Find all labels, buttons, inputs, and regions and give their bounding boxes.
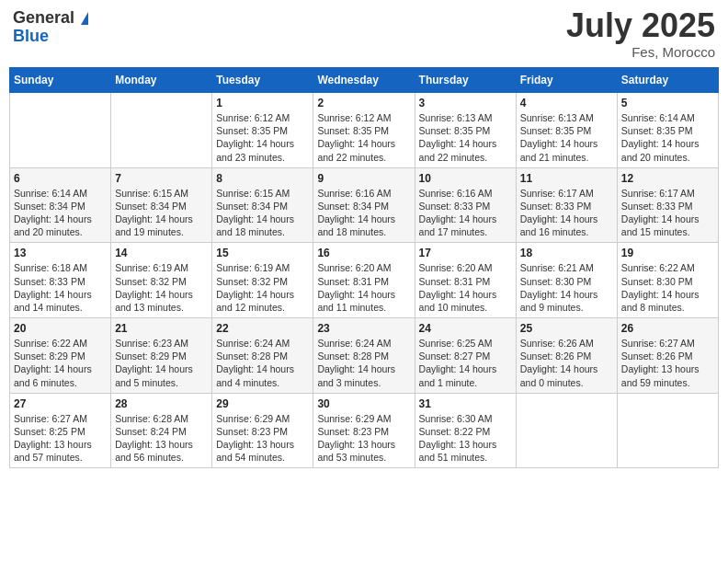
calendar-cell: 28Sunrise: 6:28 AM Sunset: 8:24 PM Dayli… [111, 393, 212, 468]
calendar-cell: 31Sunrise: 6:30 AM Sunset: 8:22 PM Dayli… [415, 393, 516, 468]
logo-general-text: General [13, 8, 74, 27]
day-info: Sunrise: 6:24 AM Sunset: 8:28 PM Dayligh… [216, 337, 309, 389]
day-info: Sunrise: 6:14 AM Sunset: 8:34 PM Dayligh… [14, 187, 107, 239]
day-number: 16 [317, 247, 410, 259]
location-subtitle: Fes, Morocco [566, 44, 715, 60]
day-info: Sunrise: 6:13 AM Sunset: 8:35 PM Dayligh… [520, 111, 613, 164]
day-number: 23 [317, 322, 410, 335]
calendar-cell [111, 93, 212, 168]
day-info: Sunrise: 6:12 AM Sunset: 8:35 PM Dayligh… [216, 111, 309, 164]
day-number: 12 [621, 172, 714, 185]
calendar-cell [10, 93, 111, 168]
calendar-table: SundayMondayTuesdayWednesdayThursdayFrid… [9, 67, 719, 468]
day-info: Sunrise: 6:19 AM Sunset: 8:32 PM Dayligh… [216, 261, 309, 314]
calendar-cell: 11Sunrise: 6:17 AM Sunset: 8:33 PM Dayli… [516, 167, 617, 243]
calendar-cell: 8Sunrise: 6:15 AM Sunset: 8:34 PM Daylig… [212, 167, 313, 243]
day-info: Sunrise: 6:30 AM Sunset: 8:22 PM Dayligh… [419, 412, 512, 465]
calendar-week-row: 13Sunrise: 6:18 AM Sunset: 8:33 PM Dayli… [10, 243, 719, 318]
day-info: Sunrise: 6:29 AM Sunset: 8:23 PM Dayligh… [216, 412, 309, 465]
day-info: Sunrise: 6:13 AM Sunset: 8:35 PM Dayligh… [419, 111, 512, 164]
day-info: Sunrise: 6:16 AM Sunset: 8:34 PM Dayligh… [317, 187, 410, 239]
calendar-cell: 16Sunrise: 6:20 AM Sunset: 8:31 PM Dayli… [313, 243, 415, 318]
calendar-cell: 7Sunrise: 6:15 AM Sunset: 8:34 PM Daylig… [111, 167, 212, 243]
day-info: Sunrise: 6:14 AM Sunset: 8:35 PM Dayligh… [621, 111, 714, 164]
calendar-cell: 19Sunrise: 6:22 AM Sunset: 8:30 PM Dayli… [617, 243, 718, 318]
weekday-header: Friday [516, 68, 617, 93]
day-info: Sunrise: 6:21 AM Sunset: 8:30 PM Dayligh… [520, 261, 613, 314]
day-number: 21 [115, 322, 208, 335]
weekday-header: Wednesday [313, 68, 415, 93]
calendar-cell: 23Sunrise: 6:24 AM Sunset: 8:28 PM Dayli… [313, 318, 415, 394]
day-number: 8 [216, 172, 309, 185]
calendar-week-row: 1Sunrise: 6:12 AM Sunset: 8:35 PM Daylig… [10, 93, 719, 168]
day-info: Sunrise: 6:15 AM Sunset: 8:34 PM Dayligh… [216, 187, 309, 239]
calendar-cell [516, 393, 617, 468]
day-info: Sunrise: 6:20 AM Sunset: 8:31 PM Dayligh… [317, 261, 410, 314]
logo: General Blue [13, 9, 88, 46]
day-number: 19 [621, 247, 714, 259]
day-number: 28 [115, 397, 208, 410]
day-number: 26 [621, 322, 714, 335]
calendar-cell: 4Sunrise: 6:13 AM Sunset: 8:35 PM Daylig… [516, 93, 617, 168]
day-info: Sunrise: 6:15 AM Sunset: 8:34 PM Dayligh… [115, 187, 208, 239]
calendar-cell: 2Sunrise: 6:12 AM Sunset: 8:35 PM Daylig… [313, 93, 415, 168]
calendar-cell: 13Sunrise: 6:18 AM Sunset: 8:33 PM Dayli… [10, 243, 111, 318]
day-number: 30 [317, 397, 410, 410]
day-info: Sunrise: 6:18 AM Sunset: 8:33 PM Dayligh… [14, 261, 107, 314]
calendar-cell: 24Sunrise: 6:25 AM Sunset: 8:27 PM Dayli… [415, 318, 516, 394]
day-number: 5 [621, 97, 714, 109]
calendar-cell: 12Sunrise: 6:17 AM Sunset: 8:33 PM Dayli… [617, 167, 718, 243]
logo-icon [81, 12, 88, 25]
day-info: Sunrise: 6:17 AM Sunset: 8:33 PM Dayligh… [520, 187, 613, 239]
calendar-cell: 10Sunrise: 6:16 AM Sunset: 8:33 PM Dayli… [415, 167, 516, 243]
calendar-cell: 30Sunrise: 6:29 AM Sunset: 8:23 PM Dayli… [313, 393, 415, 468]
calendar-cell: 1Sunrise: 6:12 AM Sunset: 8:35 PM Daylig… [212, 93, 313, 168]
day-info: Sunrise: 6:27 AM Sunset: 8:25 PM Dayligh… [14, 412, 107, 465]
day-number: 18 [520, 247, 613, 259]
day-number: 24 [419, 322, 512, 335]
calendar-cell: 18Sunrise: 6:21 AM Sunset: 8:30 PM Dayli… [516, 243, 617, 318]
calendar-cell: 27Sunrise: 6:27 AM Sunset: 8:25 PM Dayli… [10, 393, 111, 468]
day-info: Sunrise: 6:25 AM Sunset: 8:27 PM Dayligh… [419, 337, 512, 389]
calendar-cell: 25Sunrise: 6:26 AM Sunset: 8:26 PM Dayli… [516, 318, 617, 394]
logo-blue-text: Blue [13, 28, 88, 46]
day-info: Sunrise: 6:17 AM Sunset: 8:33 PM Dayligh… [621, 187, 714, 239]
day-number: 15 [216, 247, 309, 259]
calendar-cell: 22Sunrise: 6:24 AM Sunset: 8:28 PM Dayli… [212, 318, 313, 394]
calendar-week-row: 20Sunrise: 6:22 AM Sunset: 8:29 PM Dayli… [10, 318, 719, 394]
day-info: Sunrise: 6:28 AM Sunset: 8:24 PM Dayligh… [115, 412, 208, 465]
logo-line1: General [13, 9, 88, 28]
calendar-cell: 14Sunrise: 6:19 AM Sunset: 8:32 PM Dayli… [111, 243, 212, 318]
day-info: Sunrise: 6:29 AM Sunset: 8:23 PM Dayligh… [317, 412, 410, 465]
calendar-cell: 5Sunrise: 6:14 AM Sunset: 8:35 PM Daylig… [617, 93, 718, 168]
calendar-header: SundayMondayTuesdayWednesdayThursdayFrid… [10, 68, 719, 93]
day-info: Sunrise: 6:19 AM Sunset: 8:32 PM Dayligh… [115, 261, 208, 314]
calendar-cell [617, 393, 718, 468]
day-info: Sunrise: 6:20 AM Sunset: 8:31 PM Dayligh… [419, 261, 512, 314]
day-number: 9 [317, 172, 410, 185]
calendar-week-row: 6Sunrise: 6:14 AM Sunset: 8:34 PM Daylig… [10, 167, 719, 243]
day-number: 25 [520, 322, 613, 335]
calendar-cell: 9Sunrise: 6:16 AM Sunset: 8:34 PM Daylig… [313, 167, 415, 243]
title-block: July 2025 Fes, Morocco [566, 9, 715, 60]
weekday-header: Sunday [10, 68, 111, 93]
day-number: 13 [14, 247, 107, 259]
page-header: General Blue July 2025 Fes, Morocco [9, 9, 719, 60]
day-number: 3 [419, 97, 512, 109]
day-info: Sunrise: 6:22 AM Sunset: 8:29 PM Dayligh… [14, 337, 107, 389]
day-number: 4 [520, 97, 613, 109]
day-number: 27 [14, 397, 107, 410]
day-number: 14 [115, 247, 208, 259]
weekday-header: Monday [111, 68, 212, 93]
day-number: 11 [520, 172, 613, 185]
calendar-cell: 29Sunrise: 6:29 AM Sunset: 8:23 PM Dayli… [212, 393, 313, 468]
day-number: 31 [419, 397, 512, 410]
day-number: 17 [419, 247, 512, 259]
day-number: 1 [216, 97, 309, 109]
day-info: Sunrise: 6:12 AM Sunset: 8:35 PM Dayligh… [317, 111, 410, 164]
weekday-header: Thursday [415, 68, 516, 93]
day-number: 2 [317, 97, 410, 109]
weekday-header: Saturday [617, 68, 718, 93]
calendar-cell: 15Sunrise: 6:19 AM Sunset: 8:32 PM Dayli… [212, 243, 313, 318]
day-number: 7 [115, 172, 208, 185]
